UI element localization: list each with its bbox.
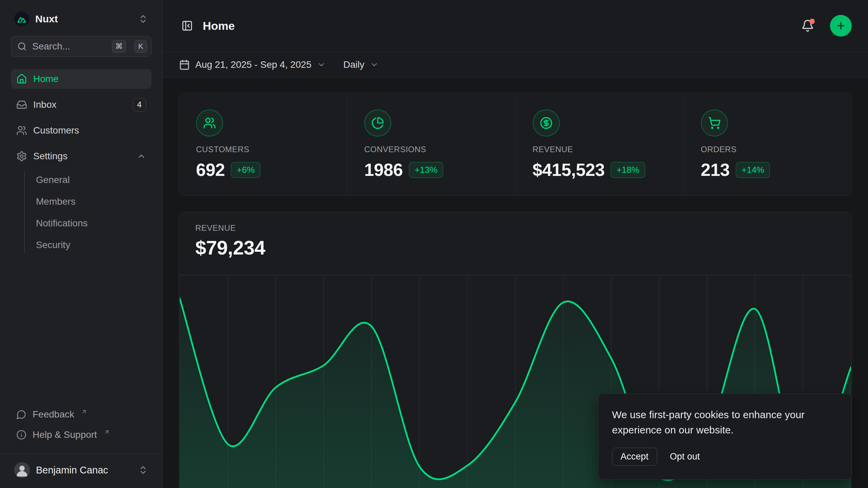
stat-delta-badge: +18% [611, 162, 645, 178]
search-bar[interactable]: ⌘ K [11, 36, 152, 57]
collapse-sidebar-button[interactable] [179, 18, 195, 34]
home-icon [16, 74, 27, 84]
accept-button[interactable]: Accept [612, 448, 657, 466]
revenue-label: REVENUE [195, 223, 835, 233]
kbd-k: K [134, 40, 147, 53]
team-switcher[interactable]: Nuxt [11, 9, 152, 29]
period-select[interactable]: Daily [343, 59, 379, 70]
users-icon [196, 109, 223, 137]
calendar-icon [179, 59, 190, 70]
date-range-label: Aug 21, 2025 - Sep 4, 2025 [195, 59, 312, 70]
stat-value: 692 [196, 160, 225, 180]
chevron-down-icon [370, 60, 379, 69]
page-title: Home [203, 19, 235, 33]
stat-customers[interactable]: CUSTOMERS 692 +6% [179, 93, 347, 196]
sidebar-item-label: Inbox [33, 99, 57, 110]
subnav-label: Notifications [36, 218, 88, 229]
foot-link-label: Feedback [33, 409, 74, 420]
inbox-icon [16, 99, 27, 110]
sidebar-item-inbox[interactable]: Inbox 4 [11, 95, 152, 115]
stat-revenue[interactable]: REVENUE $415,523 +18% [515, 93, 684, 196]
message-bubble-icon [16, 409, 26, 420]
shopping-cart-icon [701, 109, 728, 137]
stat-label: CONVERSIONS [364, 145, 499, 154]
avatar [14, 462, 30, 478]
stat-label: REVENUE [533, 145, 667, 154]
add-button[interactable] [830, 15, 852, 37]
cookie-message: We use first-party cookies to enhance yo… [612, 407, 812, 438]
subnav-label: Members [36, 196, 76, 207]
user-section: Benjamin Canac [0, 454, 162, 488]
date-range-picker[interactable]: Aug 21, 2025 - Sep 4, 2025 [179, 59, 326, 70]
chevron-up-icon [137, 151, 146, 161]
sidebar-item-security[interactable]: Security [36, 237, 152, 253]
notifications-button[interactable] [800, 18, 815, 33]
user-name: Benjamin Canac [36, 465, 108, 476]
sidebar-item-label: Customers [33, 125, 79, 136]
subnav-label: General [36, 175, 70, 185]
sidebar-nav: Home Inbox 4 Customers Settings [11, 69, 152, 258]
stat-value: $415,523 [533, 160, 605, 180]
info-circle-icon [16, 430, 26, 440]
search-input[interactable] [32, 41, 106, 52]
sidebar-item-settings[interactable]: Settings [11, 146, 152, 166]
stats-cards: CUSTOMERS 692 +6% CONVERSIONS 1986 +13% [179, 93, 852, 196]
gear-icon [16, 151, 27, 162]
page-header: Home [163, 0, 868, 52]
sidebar-item-home[interactable]: Home [11, 69, 152, 89]
sidebar-item-general[interactable]: General [36, 171, 152, 188]
inbox-count-badge: 4 [133, 98, 146, 111]
sidebar-footer: Feedback Help & Support [0, 406, 162, 446]
stat-delta-badge: +6% [231, 162, 260, 178]
cookie-banner: We use first-party cookies to enhance yo… [598, 393, 852, 480]
external-link-icon [104, 429, 110, 435]
team-name: Nuxt [35, 13, 58, 25]
sidebar-item-customers[interactable]: Customers [11, 121, 152, 140]
help-support-link[interactable]: Help & Support [11, 426, 152, 444]
toolbar: Aug 21, 2025 - Sep 4, 2025 Daily [163, 52, 868, 78]
user-menu[interactable]: Benjamin Canac [11, 460, 152, 481]
external-link-icon [81, 409, 87, 415]
stat-label: ORDERS [701, 145, 835, 154]
stat-value: 213 [701, 160, 730, 180]
stat-label: CUSTOMERS [196, 145, 331, 154]
settings-subnav: General Members Notifications Security [24, 171, 152, 253]
sidebar-item-notifications[interactable]: Notifications [36, 215, 152, 232]
sidebar-item-members[interactable]: Members [36, 193, 152, 210]
stat-conversions[interactable]: CONVERSIONS 1986 +13% [347, 93, 515, 196]
revenue-total: $79,234 [195, 236, 835, 259]
stat-orders[interactable]: ORDERS 213 +14% [684, 93, 852, 196]
pie-chart-icon [364, 109, 391, 137]
plus-icon [835, 20, 846, 31]
chevrons-up-down-icon [138, 14, 148, 24]
foot-link-label: Help & Support [33, 429, 97, 440]
subnav-label: Security [36, 240, 70, 250]
sidebar: Nuxt ⌘ K Home Inbo [0, 0, 163, 488]
search-icon [17, 42, 27, 51]
kbd-meta: ⌘ [112, 40, 126, 53]
chevron-down-icon [317, 60, 326, 69]
stat-delta-badge: +13% [409, 162, 443, 178]
users-icon [16, 125, 27, 136]
period-label: Daily [343, 59, 364, 70]
notification-dot [809, 19, 815, 24]
header-actions [800, 15, 852, 37]
sidebar-item-label: Home [33, 74, 59, 84]
stat-value: 1986 [364, 160, 403, 180]
sidebar-item-label: Settings [33, 151, 67, 162]
stat-delta-badge: +14% [736, 162, 770, 178]
circle-dollar-icon [533, 109, 560, 137]
feedback-link[interactable]: Feedback [11, 406, 152, 423]
nuxt-logo-icon [14, 12, 29, 26]
chevrons-up-down-icon [138, 465, 148, 475]
opt-out-button[interactable]: Opt out [669, 448, 702, 465]
